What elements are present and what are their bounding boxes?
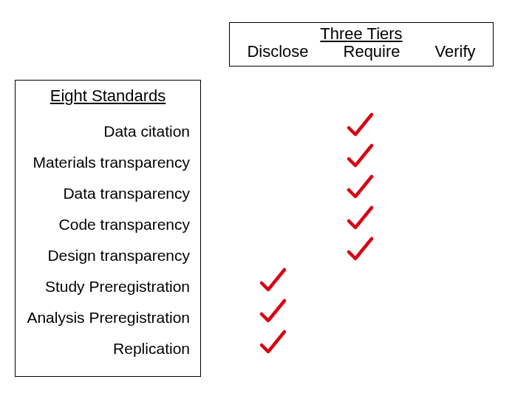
check-icon [345,253,375,266]
check-row [229,204,492,235]
check-row [229,235,492,266]
standards-row: Study Preregistration [16,271,200,302]
tier-label-verify: Verify [434,42,475,61]
check-cell [229,296,316,329]
slide: Three Tiers Disclose Require Verify Eigh… [0,0,532,399]
standards-row: Data transparency [16,178,200,209]
tiers-labels: Disclose Require Verify [230,42,493,61]
tier-label-disclose: Disclose [247,42,308,61]
standards-row: Analysis Preregistration [16,302,200,333]
tiers-title: Three Tiers [230,24,493,44]
check-row [229,173,492,204]
check-icon [258,284,287,297]
check-icon [258,347,287,359]
check-icon [345,222,375,235]
check-row [229,142,492,173]
standards-box: Eight Standards Data citationMaterials t… [15,80,201,377]
check-row [229,266,492,297]
check-row [229,111,492,142]
standards-row: Design transparency [16,240,200,271]
check-cell [316,234,403,267]
check-grid [229,111,492,377]
standards-title: Eight Standards [16,86,200,106]
check-cell [316,141,403,174]
standards-row: Data citation [16,116,200,147]
check-row [229,328,492,359]
check-icon [345,129,375,142]
standards-row: Code transparency [16,209,200,240]
standards-list: Data citationMaterials transparencyData … [16,116,200,364]
check-cell [316,172,403,205]
check-cell [229,265,316,298]
check-icon [345,191,375,204]
check-cell [316,110,403,143]
standards-row: Replication [16,333,200,364]
check-row [229,297,492,328]
tiers-box: Three Tiers Disclose Require Verify [229,22,494,66]
check-icon [258,316,287,328]
standards-row: Materials transparency [16,147,200,178]
tier-label-require: Require [344,42,400,61]
check-cell [316,203,403,236]
check-icon [345,160,375,173]
check-cell [229,327,316,360]
